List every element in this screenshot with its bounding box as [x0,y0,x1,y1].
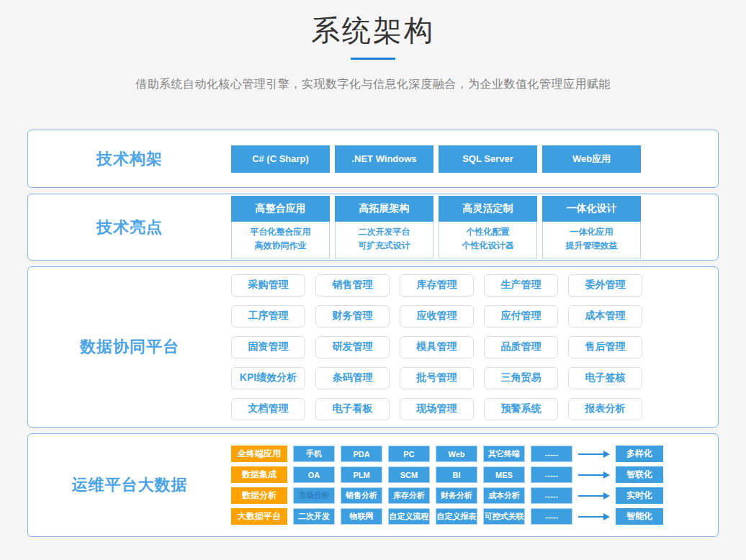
module-button[interactable]: 应收管理 [400,305,474,328]
page-header: 系统架构 借助系统自动化核心管理引擎，实现数字化与信息化深度融合，为企业数值化管… [0,0,746,92]
bigdata-item[interactable]: 自定义流程 [388,508,430,525]
module-button[interactable]: 文档管理 [231,398,305,420]
module-button[interactable]: 库存管理 [400,274,474,297]
tech-stack-button[interactable]: C# (C Sharp) [231,145,330,173]
section-bigdata: 运维平台大数据 全终端应用手机PDAPCWeb其它终端-----多样化数据集成O… [27,433,719,537]
bigdata-row: 大数据平台二次开发物联网自定义流程自定义报表可控式关联-----智能化 [231,508,663,525]
tech-stack-button[interactable]: SQL Server [439,145,537,173]
module-button[interactable]: 批号管理 [400,367,474,389]
bigdata-item[interactable]: 财务分析 [436,487,477,504]
bigdata-item[interactable]: ----- [531,487,572,504]
bigdata-item[interactable]: 成本分析 [483,487,525,504]
module-button[interactable]: 售后管理 [568,336,642,358]
bigdata-category-label: 数据分析 [231,487,287,504]
module-button[interactable]: 现场管理 [400,398,474,420]
bigdata-result-button: 智能化 [616,508,663,525]
module-button[interactable]: 电子看板 [315,398,390,420]
bigdata-row: 数据分析市场分析销售分析库存分析财务分析成本分析-----实时化 [231,487,663,504]
arrow-line [578,453,603,455]
bigdata-item[interactable]: MES [483,466,525,483]
highlight-card-line: 一体化应用 [543,225,640,239]
arrow-right-icon [578,451,610,458]
bigdata-item[interactable]: 物联网 [341,508,382,525]
bigdata-row: 数据集成OAPLMSCMBIMES-----智联化 [231,466,663,483]
module-button[interactable]: 品质管理 [484,336,558,358]
module-button[interactable]: 条码管理 [315,367,390,389]
highlight-card: 一体化设计一体化应用提升管理效益 [542,196,641,258]
tech-stack-button[interactable]: Web应用 [542,145,641,173]
bigdata-item[interactable]: PDA [341,446,382,462]
section-label-platform: 数据协同平台 [28,336,231,358]
module-button[interactable]: 委外管理 [568,274,642,297]
module-button[interactable]: 固资管理 [231,336,305,358]
module-button[interactable]: 成本管理 [568,305,642,328]
arrow-right-icon [578,492,610,500]
module-button[interactable]: 预警系统 [484,398,558,420]
highlight-card: 高整合应用平台化整合应用高效协同作业 [231,196,330,258]
bigdata-result-button: 智联化 [616,466,663,483]
bigdata-category-label: 全终端应用 [231,446,287,462]
highlight-card-line: 个性化配置 [439,225,536,239]
bigdata-rows: 全终端应用手机PDAPCWeb其它终端-----多样化数据集成OAPLMSCMB… [231,446,663,525]
bigdata-item[interactable]: ----- [531,446,572,462]
module-button[interactable]: 工序管理 [231,305,305,328]
highlight-card-line: 平台化整合应用 [232,225,329,239]
module-button[interactable]: 财务管理 [315,305,390,328]
section-label-bigdata: 运维平台大数据 [28,474,231,496]
highlight-card-title: 高拓展架构 [335,196,433,222]
bigdata-item[interactable]: PLM [341,466,382,483]
bigdata-result-button: 多样化 [616,446,663,462]
highlight-card-title: 一体化设计 [542,196,641,222]
highlight-card-body: 二次开发平台可扩充式设计 [335,222,433,258]
bigdata-item[interactable]: SCM [388,466,430,483]
bigdata-item[interactable]: 手机 [293,446,335,462]
module-button[interactable]: 采购管理 [231,274,305,297]
highlight-cards: 高整合应用平台化整合应用高效协同作业高拓展架构二次开发平台可扩充式设计高灵活定制… [231,196,641,258]
module-button[interactable]: 生产管理 [484,274,558,297]
bigdata-item[interactable]: ----- [531,466,572,483]
page-title: 系统架构 [0,14,746,46]
bigdata-category-label: 数据集成 [231,466,287,483]
arrow-line [578,495,603,497]
bigdata-result-button: 实时化 [616,487,663,504]
bigdata-item[interactable]: 二次开发 [293,508,335,525]
module-button[interactable]: KPI绩效分析 [231,367,305,389]
platform-module-grid: 采购管理销售管理库存管理生产管理委外管理工序管理财务管理应收管理应付管理成本管理… [231,274,642,420]
page-subtitle: 借助系统自动化核心管理引擎，实现数字化与信息化深度融合，为企业数值化管理应用赋能 [0,77,746,92]
bigdata-item[interactable]: OA [293,466,335,483]
highlight-card-body: 个性化配置个性化设计器 [439,222,537,258]
bigdata-item[interactable]: ----- [531,508,572,525]
bigdata-item[interactable]: 可控式关联 [483,508,525,525]
highlight-card-body: 平台化整合应用高效协同作业 [231,222,330,258]
highlight-card-line: 个性化设计器 [439,239,536,253]
arrow-head [603,451,610,458]
bigdata-item[interactable]: 销售分析 [341,487,382,504]
module-button[interactable]: 三角贸易 [484,367,558,389]
arrow-head [603,471,610,479]
module-button[interactable]: 模具管理 [400,336,474,358]
arrow-line [578,474,603,476]
arrow-head [603,513,610,520]
arrow-head [603,492,610,500]
module-button[interactable]: 研发管理 [315,336,390,358]
module-button[interactable]: 报表分析 [568,398,642,420]
bigdata-item[interactable]: 市场分析 [293,487,335,504]
tech-stack-button[interactable]: .NET Windows [335,145,433,173]
section-highlights: 技术亮点 高整合应用平台化整合应用高效协同作业高拓展架构二次开发平台可扩充式设计… [27,194,719,261]
highlight-card-body: 一体化应用提升管理效益 [542,222,641,258]
highlight-card-line: 提升管理效益 [543,239,640,253]
module-button[interactable]: 电子签核 [568,367,642,389]
module-button[interactable]: 销售管理 [315,274,390,297]
highlight-card-line: 二次开发平台 [336,225,433,239]
highlight-card: 高拓展架构二次开发平台可扩充式设计 [335,196,433,258]
bigdata-item[interactable]: PC [388,446,430,462]
bigdata-item[interactable]: 自定义报表 [436,508,477,525]
bigdata-item[interactable]: 库存分析 [388,487,430,504]
bigdata-item[interactable]: Web [436,446,477,462]
bigdata-item[interactable]: BI [436,466,477,483]
highlight-card-line: 可扩充式设计 [336,239,433,253]
highlight-card-title: 高整合应用 [231,196,330,222]
module-button[interactable]: 应付管理 [484,305,558,328]
highlight-card-title: 高灵活定制 [439,196,537,222]
bigdata-item[interactable]: 其它终端 [483,446,525,462]
